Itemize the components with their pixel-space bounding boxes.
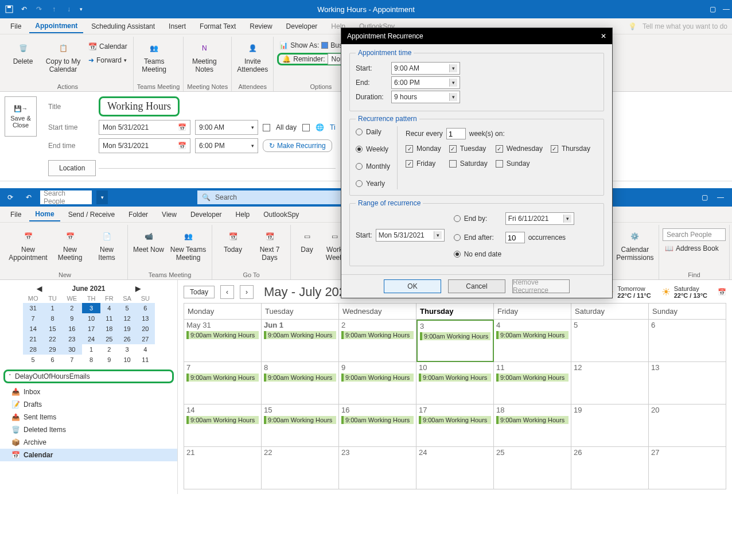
- new-meeting-button[interactable]: 📅New Meeting: [53, 225, 87, 265]
- chk-saturday[interactable]: Saturday: [449, 160, 488, 168]
- minical-day[interactable]: 5: [23, 355, 44, 365]
- radio-daily[interactable]: Daily: [356, 128, 390, 136]
- calendar-cell[interactable]: 149:00am Working Hours: [184, 405, 262, 447]
- minical-day[interactable]: 27: [136, 334, 154, 344]
- calendar-cell[interactable]: 21: [184, 447, 262, 489]
- tab-help[interactable]: Help: [230, 208, 256, 221]
- calendar-cell[interactable]: 179:00am Working Hours: [416, 405, 494, 447]
- calendar-cell[interactable]: 39:00am Working Hours: [416, 320, 494, 362]
- minimize-icon[interactable]: —: [723, 5, 730, 13]
- calendar-event[interactable]: 9:00am Working Hours: [341, 416, 414, 424]
- minical-day[interactable]: 13: [136, 313, 154, 324]
- calendar-cell[interactable]: 5: [571, 320, 649, 362]
- location-button[interactable]: Location: [48, 160, 96, 176]
- tab-developer[interactable]: Developer: [185, 208, 228, 221]
- copy-to-calendar-button[interactable]: 📋 Copy to My Calendar: [42, 37, 84, 76]
- calendar-event[interactable]: 9:00am Working Hours: [341, 331, 414, 339]
- calendar-event[interactable]: 9:00am Working Hours: [496, 331, 569, 339]
- minical-day[interactable]: 2: [61, 303, 82, 313]
- calendar-event[interactable]: 9:00am Working Hours: [264, 416, 336, 424]
- meeting-notes-button[interactable]: NMeeting Notes: [187, 37, 221, 76]
- endafter-input[interactable]: [505, 232, 525, 243]
- qat-dropdown-icon[interactable]: ▾: [77, 2, 85, 16]
- folder-inbox[interactable]: 📥Inbox: [0, 386, 177, 398]
- tab-folder[interactable]: Folder: [123, 208, 154, 221]
- calendar-cell[interactable]: 79:00am Working Hours: [184, 362, 262, 405]
- calendar-cell[interactable]: 99:00am Working Hours: [339, 362, 416, 405]
- day-view-button[interactable]: ▭Day: [294, 225, 320, 256]
- cancel-button[interactable]: Cancel: [448, 279, 505, 293]
- radio-yearly[interactable]: Yearly: [356, 180, 390, 188]
- mini-calendar[interactable]: ◀June 2021▶ MOTUWETHFRSASU31123456789101…: [23, 283, 155, 365]
- minical-day[interactable]: 8: [44, 313, 61, 324]
- close-icon[interactable]: ✕: [601, 32, 606, 40]
- minical-day[interactable]: 10: [118, 355, 136, 365]
- allday-checkbox[interactable]: [263, 124, 270, 131]
- radio-endby[interactable]: End by:Fri 6/11/2021▾: [454, 212, 574, 225]
- minical-day[interactable]: 14: [23, 324, 44, 334]
- dlg-dur-combo[interactable]: 9 hours▾: [391, 91, 460, 103]
- minical-day[interactable]: 4: [136, 344, 154, 355]
- calendar-cell[interactable]: 29:00am Working Hours: [339, 320, 416, 362]
- minical-day[interactable]: 31: [23, 303, 44, 313]
- minical-day[interactable]: 23: [61, 334, 82, 344]
- chevron-down-icon[interactable]: ▾: [251, 143, 254, 149]
- folder-deleted[interactable]: 🗑️Deleted Items: [0, 423, 177, 436]
- prev-month-icon[interactable]: ◀: [37, 285, 42, 293]
- dlg-start-combo[interactable]: 9:00 AM▾: [391, 62, 460, 75]
- minical-day[interactable]: 3: [118, 344, 136, 355]
- invite-attendees-button[interactable]: 👤Invite Attendees: [235, 37, 270, 76]
- minical-day[interactable]: 16: [61, 324, 82, 334]
- minical-day[interactable]: 12: [118, 313, 136, 324]
- calendar-cell[interactable]: 12: [571, 362, 649, 405]
- search-people-input[interactable]: Search People: [40, 190, 92, 204]
- tab-outlookspy[interactable]: OutlookSpy: [258, 208, 305, 221]
- tab-file[interactable]: File: [5, 208, 27, 221]
- calendar-event[interactable]: 9:00am Working Hours: [341, 374, 414, 382]
- calendar-cell[interactable]: 189:00am Working Hours: [494, 405, 571, 447]
- calendar-cell[interactable]: 27: [649, 447, 726, 489]
- calendar-event[interactable]: 9:00am Working Hours: [186, 374, 259, 382]
- recur-every-input[interactable]: [446, 128, 466, 139]
- undo-icon[interactable]: ↶: [17, 2, 31, 16]
- minical-day[interactable]: 1: [82, 344, 100, 355]
- minical-day[interactable]: 20: [136, 324, 154, 334]
- start-date-field[interactable]: Mon 5/31/2021📅: [99, 120, 190, 135]
- calendar-button[interactable]: 📆Calendar: [86, 40, 130, 53]
- folder-sent[interactable]: 📤Sent Items: [0, 411, 177, 423]
- minical-day[interactable]: 17: [82, 324, 100, 334]
- teams-meeting-button[interactable]: 👥Teams Meeting: [137, 37, 172, 76]
- radio-endafter[interactable]: End after:occurrences: [454, 232, 574, 243]
- tellme-text[interactable]: Tell me what you want to do: [643, 22, 727, 30]
- calendar-cell[interactable]: 20: [649, 405, 726, 447]
- calendar-cell[interactable]: 26: [571, 447, 649, 489]
- down-icon[interactable]: ↓: [62, 2, 76, 16]
- calendar-cell[interactable]: 49:00am Working Hours: [494, 320, 571, 362]
- tab-sendreceive[interactable]: Send / Receive: [63, 208, 120, 221]
- minical-day[interactable]: 29: [44, 344, 61, 355]
- tab-home[interactable]: Home: [29, 208, 60, 221]
- minical-day[interactable]: 6: [136, 303, 154, 313]
- tab-review[interactable]: Review: [244, 20, 278, 33]
- calendar-event[interactable]: 9:00am Working Hours: [186, 416, 259, 424]
- start-time-field[interactable]: 9:00 AM▾: [195, 120, 258, 135]
- address-book-button[interactable]: 📖Address Book: [663, 242, 726, 255]
- chevron-down-icon[interactable]: ▾: [251, 125, 254, 130]
- minical-day[interactable]: 10: [82, 313, 100, 324]
- calendar-cell[interactable]: 119:00am Working Hours: [494, 362, 571, 405]
- minical-day[interactable]: 25: [100, 334, 118, 344]
- calendar-cell[interactable]: 13: [649, 362, 726, 405]
- calendar-event[interactable]: 9:00am Working Hours: [419, 374, 491, 382]
- search-people-field[interactable]: Search People: [663, 228, 726, 241]
- minical-day[interactable]: 7: [23, 313, 44, 324]
- radio-noend[interactable]: No end date: [454, 250, 574, 258]
- calendar-cell[interactable]: 159:00am Working Hours: [262, 405, 339, 447]
- next7-button[interactable]: 📆Next 7 Days: [252, 225, 287, 265]
- up-icon[interactable]: ↑: [47, 2, 61, 16]
- minical-day[interactable]: 3: [82, 303, 100, 313]
- tab-scheduling[interactable]: Scheduling Assistant: [85, 20, 161, 33]
- new-teams-meeting-button[interactable]: 👥New Teams Meeting: [168, 225, 208, 265]
- end-date-field[interactable]: Mon 5/31/2021📅: [99, 138, 190, 153]
- folder-calendar[interactable]: 📅Calendar: [0, 449, 177, 461]
- chk-sunday[interactable]: Sunday: [496, 160, 543, 168]
